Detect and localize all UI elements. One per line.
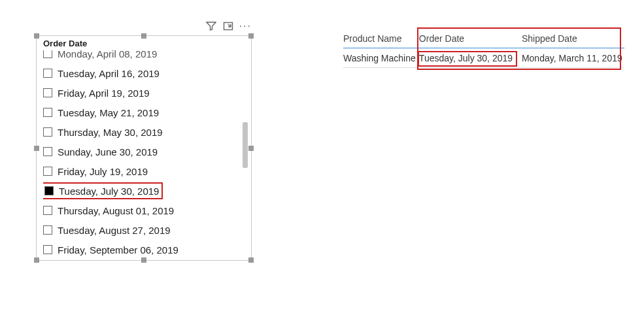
checkbox-icon[interactable]	[43, 167, 52, 176]
visual-toolbar: ···	[36, 18, 252, 34]
checkbox-icon[interactable]	[43, 127, 52, 137]
resize-handle[interactable]	[248, 33, 254, 39]
cell-product: Washing Machine	[343, 53, 419, 63]
checkbox-icon[interactable]	[43, 245, 52, 254]
focus-mode-icon[interactable]	[222, 20, 234, 32]
slicer-item[interactable]: Friday, April 19, 2019	[43, 83, 238, 103]
slicer-item-label: Friday, July 19, 2019	[58, 166, 148, 177]
slicer-item-label: Monday, April 08, 2019	[58, 50, 157, 59]
slicer-item-label: Tuesday, May 21, 2019	[58, 107, 159, 118]
checkbox-icon[interactable]	[43, 69, 52, 78]
slicer-item[interactable]: Tuesday, August 27, 2019	[43, 220, 238, 240]
order-date-slicer: Order Date Monday, April 08, 2019Tuesday…	[36, 35, 252, 261]
resize-handle[interactable]	[141, 257, 146, 263]
slicer-item[interactable]: Thursday, August 01, 2019	[43, 201, 238, 220]
table-header: Product Name Order Date Shipped Date	[343, 29, 624, 48]
scrollbar-thumb[interactable]	[243, 122, 248, 168]
column-header-product[interactable]: Product Name	[343, 33, 419, 44]
slicer-item[interactable]: Monday, April 08, 2019	[43, 50, 238, 63]
annotation-box-slicer: Tuesday, July 30, 2019	[43, 182, 163, 199]
checkbox-icon[interactable]	[43, 88, 52, 97]
resize-handle[interactable]	[248, 146, 254, 151]
cell-order: Tuesday, July 30, 2019	[419, 53, 522, 63]
scrollbar[interactable]	[243, 50, 248, 256]
column-header-shipped[interactable]: Shipped Date	[522, 33, 624, 44]
resize-handle[interactable]	[34, 257, 39, 263]
slicer-item-label: Tuesday, July 30, 2019	[59, 186, 159, 197]
slicer-item[interactable]: Friday, September 06, 2019	[43, 240, 238, 256]
checkbox-icon[interactable]	[43, 206, 52, 215]
filter-icon[interactable]	[205, 20, 217, 32]
cell-shipped: Monday, March 11, 2019	[522, 53, 624, 63]
results-table: Product Name Order Date Shipped Date Was…	[343, 29, 624, 68]
checkbox-icon[interactable]	[43, 147, 52, 156]
checkbox-icon[interactable]	[43, 50, 52, 58]
slicer-item-label: Friday, September 06, 2019	[58, 244, 178, 256]
checkbox-icon[interactable]	[43, 225, 52, 235]
resize-handle[interactable]	[34, 146, 39, 151]
table-row[interactable]: Washing MachineTuesday, July 30, 2019Mon…	[343, 48, 624, 68]
slicer-item-label: Sunday, June 30, 2019	[58, 146, 158, 157]
checkbox-icon[interactable]	[44, 186, 54, 195]
resize-handle[interactable]	[248, 257, 254, 263]
slicer-item[interactable]: Sunday, June 30, 2019	[43, 142, 238, 161]
slicer-item[interactable]: Tuesday, July 30, 2019	[43, 181, 238, 201]
resize-handle[interactable]	[34, 33, 39, 39]
resize-handle[interactable]	[141, 33, 146, 39]
slicer-list: Monday, April 08, 2019Tuesday, April 16,…	[43, 50, 238, 256]
more-options-icon[interactable]: ···	[239, 21, 252, 31]
checkbox-icon[interactable]	[43, 108, 52, 117]
slicer-item[interactable]: Thursday, May 30, 2019	[43, 122, 238, 142]
slicer-item-label: Thursday, August 01, 2019	[58, 205, 174, 216]
slicer-item[interactable]: Tuesday, May 21, 2019	[43, 103, 238, 122]
slicer-item[interactable]: Friday, July 19, 2019	[43, 161, 238, 181]
column-header-order[interactable]: Order Date	[419, 33, 522, 44]
slicer-item-label: Friday, April 19, 2019	[58, 88, 150, 99]
slicer-item-label: Thursday, May 30, 2019	[58, 127, 163, 138]
slicer-item-label: Tuesday, August 27, 2019	[58, 225, 171, 236]
slicer-item-label: Tuesday, April 16, 2019	[58, 68, 160, 79]
slicer-item[interactable]: Tuesday, April 16, 2019	[43, 63, 238, 83]
